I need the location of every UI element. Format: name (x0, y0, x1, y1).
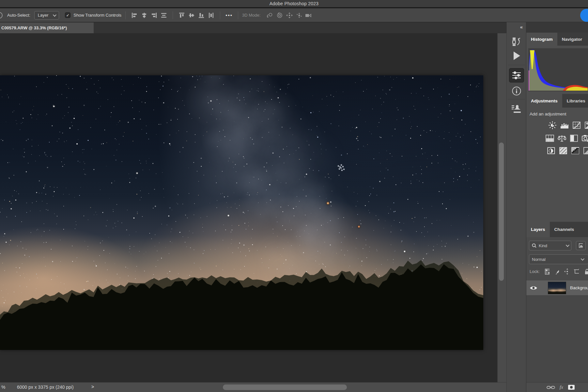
layer-style-fx-button[interactable]: fx (560, 384, 563, 390)
lock-all-icon[interactable] (585, 269, 588, 275)
brightness-contrast-icon[interactable] (548, 121, 557, 129)
status-chevron-icon[interactable]: > (91, 384, 94, 389)
tab-layers[interactable]: Layers (526, 222, 550, 237)
3d-orbit-icon[interactable] (265, 11, 275, 20)
tab-adjustments[interactable]: Adjustments (526, 94, 562, 108)
posterize-icon[interactable] (559, 147, 567, 155)
options-bar: Auto-Select: Layer ✓ Show Transform Cont… (0, 8, 588, 22)
actions-panel-button[interactable] (507, 51, 526, 61)
adjustment-row-2 (546, 134, 588, 142)
histogram-graph (528, 48, 588, 91)
document-tab[interactable]: C00579.ARW @ 33.3% (RGB/16*) (0, 23, 94, 33)
align-right-edges-button[interactable] (149, 11, 159, 20)
canvas-pasteboard[interactable] (0, 33, 497, 382)
align-top-edges-button[interactable] (177, 11, 187, 20)
selective-color-icon[interactable] (583, 147, 588, 155)
layer-thumbnail[interactable] (548, 282, 566, 294)
history-panel-button[interactable] (507, 37, 526, 47)
lock-row: Lock: (526, 268, 588, 275)
lock-transparent-icon[interactable] (545, 269, 549, 275)
3d-camera-icon[interactable] (304, 11, 314, 20)
histogram-left-magenta (529, 70, 529, 91)
black-white-icon[interactable] (570, 134, 578, 142)
panel-tool-strip: « (506, 22, 526, 392)
layer-filter-kind-dropdown[interactable]: Kind (529, 241, 571, 250)
layer-filter-kind-value: Kind (539, 243, 547, 248)
auto-select-dropdown[interactable]: Layer (34, 11, 59, 20)
info-panel-button[interactable] (507, 86, 526, 96)
vibrance-icon[interactable] (546, 134, 554, 142)
tab-channels[interactable]: Channels (550, 222, 579, 237)
chevron-down-icon (53, 13, 56, 16)
threshold-icon[interactable] (571, 147, 580, 155)
3d-pan-icon[interactable] (285, 11, 294, 20)
clone-source-panel-button[interactable] (507, 104, 526, 114)
tool-preset-icon[interactable] (0, 12, 3, 19)
adjustments-panel: Add an adjustment (526, 108, 588, 222)
vertical-scrollbar-thumb[interactable] (499, 143, 504, 281)
blend-mode-row: Normal (526, 254, 588, 264)
profile-share-button[interactable] (580, 9, 588, 22)
histogram-panel (526, 46, 588, 94)
tab-histogram[interactable]: Histogram (526, 33, 557, 46)
divider (125, 11, 126, 19)
filter-pixel-layers-button[interactable] (576, 241, 586, 250)
layers-empty-area (526, 295, 588, 382)
titlebar: Adobe Photoshop 2023 (0, 0, 588, 8)
collapse-panels-icon[interactable]: « (520, 24, 523, 30)
tab-navigator[interactable]: Navigator (557, 33, 587, 46)
add-layer-mask-icon[interactable] (568, 384, 575, 390)
document-info: 6000 px x 3375 px (240 ppi) (17, 384, 74, 390)
3d-roll-icon[interactable] (275, 11, 285, 20)
align-left-edges-button[interactable] (130, 11, 139, 20)
document-image[interactable] (0, 75, 483, 350)
layer-filter-row: Kind (526, 241, 588, 250)
align-vertical-centers-button[interactable] (187, 11, 196, 20)
divider (220, 11, 220, 19)
layers-panel: Kind Normal Lock: (526, 237, 588, 382)
auto-select-label: Auto-Select: (7, 13, 30, 18)
photo-filter-icon[interactable] (582, 134, 588, 142)
hue-saturation-icon[interactable] (558, 134, 566, 142)
invert-icon[interactable] (547, 147, 555, 155)
horizontal-scrollbar-thumb[interactable] (223, 384, 347, 390)
document-tab-title: C00579.ARW @ 33.3% (RGB/16*) (1, 25, 67, 30)
app-title: Adobe Photoshop 2023 (270, 1, 318, 6)
show-transform-label: Show Transform Controls (73, 13, 121, 18)
3d-slide-icon[interactable] (294, 11, 304, 20)
divider (238, 11, 238, 19)
histogram-tab-bar: Histogram Navigator (526, 33, 588, 46)
lock-position-icon[interactable] (564, 268, 569, 275)
auto-select-value: Layer (38, 13, 49, 18)
lock-artboard-icon[interactable] (574, 269, 579, 275)
levels-icon[interactable] (560, 121, 569, 129)
layer-row-background[interactable]: Background (526, 280, 588, 295)
properties-panel-button[interactable] (507, 71, 526, 80)
divider (173, 11, 173, 19)
link-layers-icon[interactable] (547, 385, 555, 390)
align-horizontal-centers-button[interactable] (139, 11, 149, 20)
blend-mode-value: Normal (532, 257, 546, 262)
align-bottom-edges-button[interactable] (196, 11, 206, 20)
zoom-percent-field[interactable]: % (1, 384, 5, 390)
show-transform-checkbox[interactable]: ✓ (65, 12, 70, 18)
chevron-down-icon (581, 257, 584, 261)
adjustment-row-1 (548, 121, 588, 129)
photoshop-window: Adobe Photoshop 2023 Auto-Select: Layer … (0, 0, 588, 392)
3d-mode-label: 3D Mode: (242, 13, 260, 18)
lock-pixels-brush-icon[interactable] (555, 269, 559, 275)
lock-label: Lock: (530, 269, 540, 274)
search-icon (532, 243, 536, 248)
adjustments-tab-bar: Adjustments Libraries (526, 94, 588, 108)
layers-bottom-bar: fx (526, 382, 588, 392)
tab-libraries[interactable]: Libraries (562, 94, 588, 108)
chevron-down-icon (566, 243, 569, 247)
more-options-button[interactable]: ••• (224, 11, 234, 20)
exposure-icon[interactable] (584, 121, 588, 129)
layer-name: Background (570, 285, 588, 290)
blend-mode-dropdown[interactable]: Normal (529, 254, 588, 264)
distribute-vertical-centers-button[interactable] (159, 11, 169, 20)
visibility-eye-icon[interactable] (530, 285, 537, 291)
curves-icon[interactable] (572, 121, 581, 129)
distribute-horizontal-button[interactable] (206, 11, 216, 20)
